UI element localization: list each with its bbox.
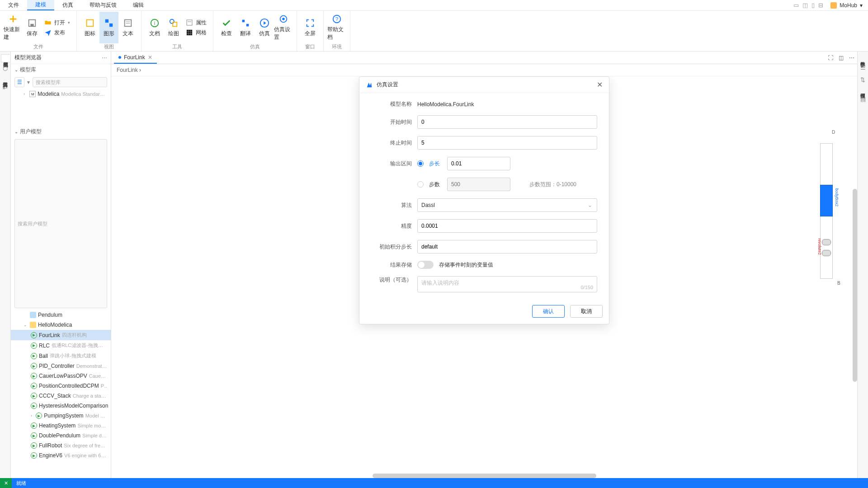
tree-item[interactable]: ▶EngineV6V6 engine with 6 cyl — [11, 450, 111, 460]
model-name-value: HelloModelica.FourLink — [417, 101, 474, 108]
tree-item[interactable]: ▶CCCV_StackCharge a stack wit — [11, 391, 111, 401]
editor-tool2-icon[interactable]: ◫ — [839, 55, 844, 61]
tree-item[interactable]: ▶PID_ControllerDemonstrates t — [11, 361, 111, 371]
collapse-icon[interactable]: ⇤ — [3, 84, 8, 91]
grid-button[interactable]: 网格 — [183, 28, 209, 38]
translate-button[interactable]: 翻译 — [236, 12, 255, 43]
section-model-lib[interactable]: ⌄ 模型库 — [11, 64, 111, 75]
menu-help[interactable]: 帮助与反馈 — [81, 0, 125, 10]
tree-item[interactable]: ▶RLC低通RLC滤波器-拖拽式建模 — [11, 340, 111, 351]
vtab-model-props[interactable]: 模型属性 — [859, 86, 867, 93]
body-box[interactable] — [820, 185, 833, 216]
user-search-input[interactable] — [14, 139, 107, 308]
joint1[interactable] — [822, 239, 831, 245]
start-time-input[interactable] — [417, 115, 597, 129]
menu-file[interactable]: 文件 — [0, 0, 27, 10]
menu-model[interactable]: 建模 — [27, 0, 54, 10]
tree-item[interactable]: ▶CauerLowPassOPVCauer low p — [11, 371, 111, 381]
cancel-button[interactable]: 取消 — [570, 305, 603, 318]
swap-icon[interactable]: ⇅ — [860, 76, 865, 83]
detail-icon[interactable]: ▤ — [860, 96, 866, 103]
brand-menu[interactable]: MoHub ▾ — [825, 2, 868, 9]
play-icon: ▶ — [31, 393, 37, 399]
section-user-models[interactable]: ⌄ 用户模型 — [11, 126, 111, 137]
svg-rect-12 — [187, 20, 192, 25]
menu-sim[interactable]: 仿真 — [54, 0, 81, 10]
step-input[interactable] — [447, 157, 510, 170]
canvas[interactable]: D bodyBox2 revolute2 B 仿真设置 ✕ — [111, 76, 857, 478]
init-step-input[interactable] — [417, 240, 597, 253]
view-graph-button[interactable]: 图形 — [99, 12, 118, 43]
check-button[interactable]: 检查 — [217, 12, 236, 43]
ribbon-group-tools: 工具 — [145, 43, 209, 52]
expander-icon[interactable]: › — [24, 92, 28, 96]
stop-time-input[interactable] — [417, 136, 597, 150]
publish-button[interactable]: 发布 — [42, 28, 73, 38]
sim-settings-button[interactable]: 仿真设置 — [274, 12, 293, 43]
tree-view-button[interactable]: ☰ — [14, 77, 24, 87]
modal-close-icon[interactable]: ✕ — [597, 80, 603, 89]
quick-new-button[interactable]: 快速新建 — [4, 12, 23, 43]
ribbon-group-window: 窗口 — [301, 43, 320, 52]
tree-item[interactable]: ▶DoublePendulumSimple doub — [11, 431, 111, 441]
expander-icon[interactable]: ⌄ — [24, 323, 28, 327]
chevron-down-icon[interactable]: ▾ — [27, 79, 30, 85]
editor-area: FourLink ✕ ⛶ ◫ ⋯ FourLink › D bodyBox — [111, 52, 857, 478]
tab-dot-icon — [118, 56, 121, 59]
tab-close-icon[interactable]: ✕ — [148, 54, 152, 61]
help-doc-button[interactable]: ? 帮助文档 — [327, 12, 346, 43]
ok-button[interactable]: 确认 — [532, 305, 565, 318]
view-text-button[interactable]: 文本 — [118, 12, 137, 43]
lib-search-input[interactable] — [33, 77, 107, 87]
vscroll[interactable] — [853, 189, 857, 382]
expander-icon[interactable]: › — [31, 413, 34, 418]
win-layout4-icon[interactable]: ⊟ — [816, 2, 825, 9]
tree-item[interactable]: ▶HysteresisModelComparisonC — [11, 401, 111, 411]
play-icon: ▶ — [31, 432, 37, 439]
tree-item[interactable]: ▶Ball弹跳小球-拖拽式建模 — [11, 351, 111, 361]
win-layout1-icon[interactable]: ▭ — [792, 2, 801, 9]
statusbar-close-icon[interactable]: ✕ — [0, 478, 12, 488]
cube-icon[interactable]: ⬡ — [3, 65, 8, 72]
tree-item[interactable]: ▶HeatingSystemSimple model o — [11, 421, 111, 431]
vtab-component-params[interactable]: 组件参数 — [859, 54, 867, 61]
win-layout2-icon[interactable]: ◫ — [801, 2, 810, 9]
fullscreen-button[interactable]: 全屏 — [301, 12, 320, 43]
tree-item[interactable]: ⌄HelloModelica — [11, 320, 111, 330]
diagram-fragment: D bodyBox2 revolute2 B — [817, 122, 844, 320]
save-button[interactable]: 保存 — [23, 12, 42, 43]
vtab-sim-browser[interactable]: 仿真浏览器 — [1, 75, 9, 82]
play-icon: ▶ — [31, 332, 37, 338]
editor-more-icon[interactable]: ⋯ — [849, 55, 854, 61]
desc-textarea[interactable]: 请输入说明内容 0/150 — [417, 276, 597, 292]
tree-item-modelica[interactable]: › M Modelica Modelica Standard Lib — [11, 89, 111, 99]
open-button[interactable]: 打开 ▾ — [42, 18, 73, 28]
win-layout3-icon[interactable]: ▯ — [810, 2, 816, 9]
radio-steps[interactable] — [417, 181, 424, 188]
hscroll[interactable] — [373, 474, 596, 478]
props-button[interactable]: 属性 — [183, 18, 209, 28]
algo-select[interactable]: Dassl — [417, 198, 597, 212]
vtab-model-browser[interactable]: 模型浏览器 — [1, 54, 10, 62]
statusbar: ✕ 就绪 — [0, 478, 868, 488]
tree-item[interactable]: Pendulum — [11, 310, 111, 320]
list-icon[interactable]: ☰ — [860, 64, 866, 71]
tree-item[interactable]: ▶FullRobotSix degree of freedo — [11, 441, 111, 450]
tab-fourlink[interactable]: FourLink ✕ — [114, 52, 157, 64]
result-store-toggle[interactable] — [417, 261, 434, 269]
panel-more-icon[interactable]: ⋯ — [102, 55, 107, 61]
tree-item[interactable]: ▶PositionControlledDCPMPositi — [11, 381, 111, 391]
brand-label: MoHub — [840, 2, 857, 9]
draw-button[interactable]: 绘图 — [164, 12, 183, 43]
precision-input[interactable] — [417, 219, 597, 233]
view-icon-button[interactable]: 图标 — [80, 12, 99, 43]
menu-edit[interactable]: 编辑 — [125, 0, 152, 10]
joint2[interactable] — [822, 250, 831, 256]
tree-item[interactable]: ▶FourLink四连杆机构 — [11, 330, 111, 340]
tree-item[interactable]: ›▶PumpingSystemModel of a pu — [11, 411, 111, 421]
editor-tool1-icon[interactable]: ⛶ — [828, 55, 833, 61]
simulate-button[interactable]: 仿真 — [255, 12, 274, 43]
radio-step[interactable] — [417, 160, 424, 167]
doc-button[interactable]: i 文档 — [145, 12, 164, 43]
breadcrumb[interactable]: FourLink › — [111, 64, 857, 76]
